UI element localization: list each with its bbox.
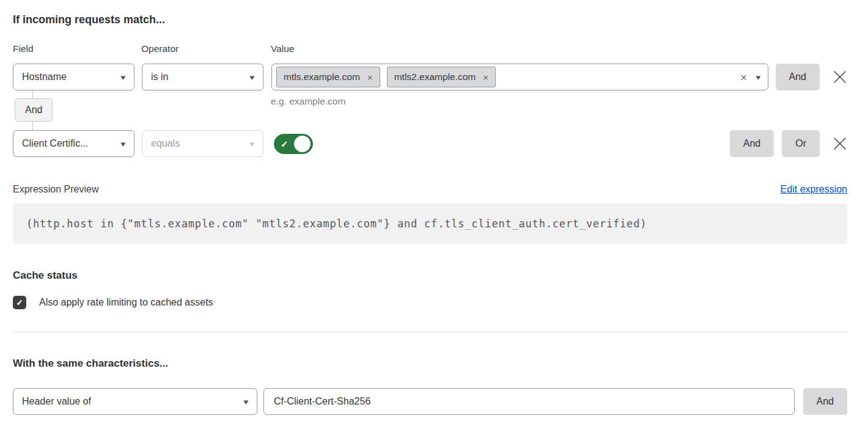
field-select-1[interactable]: Hostname ▾: [13, 64, 134, 90]
operator-select-1[interactable]: is in ▾: [142, 64, 263, 90]
delete-condition-icon[interactable]: [833, 70, 847, 84]
checkmark-icon: ✓: [281, 139, 289, 148]
chevron-down-icon: ▾: [250, 73, 255, 81]
cached-assets-checkbox[interactable]: ✓: [13, 296, 26, 309]
section-divider: [13, 332, 847, 332]
connector-and-toggle[interactable]: And: [15, 98, 53, 122]
close-icon: [833, 70, 847, 84]
chevron-down-icon: ▾: [121, 73, 126, 81]
characteristic-select-value: Header value of: [22, 396, 91, 407]
expression-preview-header: Expression Preview Edit expression: [13, 184, 847, 195]
field-select-2-value: Client Certific...: [22, 138, 88, 149]
expression-preview-label: Expression Preview: [13, 184, 99, 195]
clear-values-icon[interactable]: ×: [740, 72, 747, 83]
condition-row-2: Client Certific... ▾ equals ▾ ✓ And Or: [13, 130, 847, 157]
edit-expression-link[interactable]: Edit expression: [781, 184, 847, 195]
rate-limit-rule-builder: If incoming requests match... Field Oper…: [0, 0, 868, 415]
value-tag: mtls.example.com ×: [276, 67, 380, 87]
chevron-down-icon: ▾: [244, 398, 249, 406]
value-tag-text: mtls.example.com: [284, 72, 360, 82]
condition-column-labels: Field Operator Value: [13, 43, 847, 54]
field-select-2[interactable]: Client Certific... ▾: [13, 130, 134, 157]
operator-select-2: equals ▾: [142, 130, 263, 157]
value-helper-text: e.g. example.com: [271, 96, 345, 107]
field-label: Field: [13, 43, 141, 54]
header-name-input[interactable]: [263, 388, 795, 415]
condition-row-1: Hostname ▾ is in ▾ mtls.example.com × mt…: [13, 64, 847, 90]
value-tag: mtls2.example.com ×: [387, 67, 496, 87]
expression-code: (http.host in {"mtls.example.com" "mtls2…: [13, 204, 847, 244]
chevron-down-icon[interactable]: ▾: [756, 73, 760, 81]
tag-remove-icon[interactable]: ×: [483, 72, 488, 82]
add-characteristic-button[interactable]: And: [803, 388, 847, 415]
tag-remove-icon[interactable]: ×: [367, 72, 373, 82]
chevron-down-icon: ▾: [121, 140, 126, 148]
value-tag-text: mtls2.example.com: [394, 72, 476, 82]
add-or-condition-button[interactable]: Or: [782, 130, 820, 157]
delete-condition-icon[interactable]: [833, 136, 847, 151]
cache-status-heading: Cache status: [13, 270, 847, 282]
chevron-down-icon: ▾: [250, 140, 255, 148]
operator-select-1-value: is in: [151, 72, 168, 82]
value-multiselect[interactable]: mtls.example.com × mtls2.example.com × ×…: [271, 64, 768, 90]
characteristics-row: Header value of ▾ And: [13, 388, 847, 415]
close-icon: [833, 136, 847, 151]
characteristic-select[interactable]: Header value of ▾: [13, 388, 257, 415]
operator-label: Operator: [141, 43, 271, 54]
boolean-value-toggle[interactable]: ✓: [274, 134, 313, 154]
add-and-condition-button-2[interactable]: And: [730, 130, 774, 157]
field-select-1-value: Hostname: [22, 72, 67, 82]
connector-line: [32, 90, 33, 98]
cached-assets-checkbox-label: Also apply rate limiting to cached asset…: [39, 297, 213, 308]
add-and-condition-button-1[interactable]: And: [776, 64, 820, 90]
operator-select-2-value: equals: [151, 138, 180, 149]
cache-checkbox-row: ✓ Also apply rate limiting to cached ass…: [13, 296, 847, 309]
connector-zone: And e.g. example.com: [13, 90, 847, 130]
match-section-title: If incoming requests match...: [13, 13, 847, 26]
connector-line: [32, 122, 33, 130]
value-label: Value: [271, 43, 295, 54]
condition-connector: And: [15, 90, 53, 130]
characteristics-heading: With the same characteristics...: [13, 358, 847, 370]
toggle-knob: [294, 136, 311, 152]
